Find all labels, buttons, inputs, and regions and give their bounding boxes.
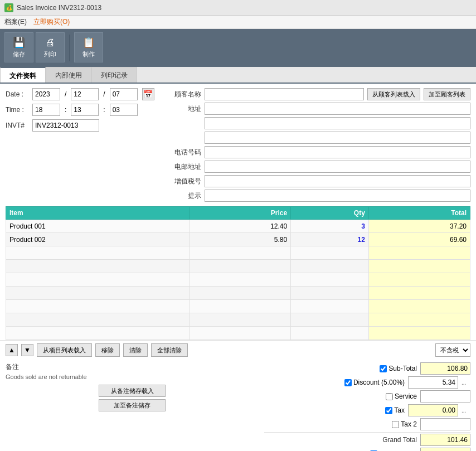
paid-value[interactable] [420,448,470,451]
cell-total[interactable]: 37.20 [368,220,470,233]
save-button[interactable]: 💾 储存 [4,32,33,62]
time-minute[interactable] [71,104,99,116]
save-notes-button[interactable]: 加至备注储存 [99,399,166,411]
cell-total[interactable] [368,287,470,300]
discount-row: Discount (5.00%) ... [264,376,470,389]
cell-qty[interactable] [291,287,369,300]
print-icon: 🖨 [45,37,55,49]
discount-dots[interactable]: ... [462,380,470,386]
time-row: Time : : : [6,104,154,116]
service-value[interactable] [420,390,470,402]
tab-internal[interactable]: 内部使用 [46,67,91,83]
cell-item[interactable]: Product 001 [6,220,190,233]
cell-qty[interactable] [291,273,369,287]
cell-qty[interactable] [291,260,369,273]
cell-price[interactable] [189,246,290,260]
clear-button[interactable]: 清除 [123,343,148,357]
grand-total-value[interactable] [420,434,470,446]
cell-total[interactable] [368,260,470,273]
load-customer-button[interactable]: 从顾客列表载入 [367,88,420,100]
cell-price[interactable] [189,300,290,313]
remove-button[interactable]: 移除 [95,343,120,357]
calendar-icon[interactable]: 📅 [142,88,154,100]
load-notes-button[interactable]: 从备注储存载入 [99,385,166,397]
cell-price[interactable] [189,327,290,340]
cell-qty[interactable]: 12 [291,233,369,246]
nav-down-button[interactable]: ▼ [21,344,33,356]
cell-price[interactable]: 5.80 [189,233,290,246]
load-items-button[interactable]: 从项目列表载入 [37,343,92,357]
cell-qty[interactable] [291,327,369,340]
cell-item[interactable] [6,260,190,273]
address-input1[interactable] [205,103,470,115]
taxid-input[interactable] [205,175,470,187]
table-row[interactable] [6,287,470,300]
table-row[interactable] [6,260,470,273]
cell-item[interactable] [6,313,190,327]
table-row[interactable] [6,273,470,287]
cell-item[interactable] [6,273,190,287]
cell-item[interactable] [6,287,190,300]
add-customer-button[interactable]: 加至顾客列表 [424,88,470,100]
cell-total[interactable] [368,327,470,340]
cell-qty[interactable] [291,300,369,313]
cell-total[interactable]: 69.60 [368,233,470,246]
cell-qty[interactable]: 3 [291,220,369,233]
tax-select[interactable]: 不含税 含税 [435,343,470,357]
table-row[interactable] [6,246,470,260]
tax-checkbox[interactable] [385,407,392,414]
menu-file[interactable]: 档案(E) [4,17,27,27]
discount-check-label: Discount (5.00%) [344,379,405,386]
cell-price[interactable] [189,273,290,287]
cell-item[interactable] [6,300,190,313]
tax-dots[interactable]: ... [462,408,470,414]
col-total: Total [368,207,470,220]
email-input[interactable] [205,161,470,173]
cell-total[interactable] [368,313,470,327]
cell-item[interactable] [6,246,190,260]
tab-document[interactable]: 文件资料 [0,67,46,83]
address-input3[interactable] [205,132,470,144]
cell-total[interactable] [368,300,470,313]
inv-number[interactable] [32,119,99,132]
tab-print-record[interactable]: 列印记录 [91,67,137,83]
cell-qty[interactable] [291,246,369,260]
cell-price[interactable]: 12.40 [189,220,290,233]
address-input2[interactable] [205,117,470,129]
cell-item[interactable]: Product 002 [6,233,190,246]
tax-row: Tax ... [264,404,470,416]
time-second[interactable] [110,104,138,116]
table-row[interactable]: Product 0025.801269.60 [6,233,470,246]
date-year[interactable] [32,88,60,100]
customer-name-input[interactable] [205,88,364,100]
subtotal-value[interactable] [420,362,470,375]
table-row[interactable] [6,300,470,313]
table-row[interactable] [6,313,470,327]
discount-checkbox[interactable] [344,379,352,386]
nav-up-button[interactable]: ▲ [6,344,18,356]
cell-price[interactable] [189,287,290,300]
tax2-checkbox[interactable] [392,421,399,428]
hint-input[interactable] [205,190,470,202]
make-button[interactable]: 📋 制作 [74,32,103,62]
discount-value[interactable] [408,376,458,389]
cell-qty[interactable] [291,313,369,327]
cell-total[interactable] [368,246,470,260]
cell-total[interactable] [368,273,470,287]
cell-price[interactable] [189,313,290,327]
time-hour[interactable] [32,104,60,116]
date-month[interactable] [71,88,99,100]
cell-item[interactable] [6,327,190,340]
print-button[interactable]: 🖨 列印 [36,32,65,62]
tax2-value[interactable] [420,418,470,430]
tax-value[interactable] [408,404,458,416]
cell-price[interactable] [189,260,290,273]
clear-all-button[interactable]: 全部清除 [151,343,188,357]
subtotal-checkbox[interactable] [380,365,387,372]
table-row[interactable] [6,327,470,340]
table-row[interactable]: Product 00112.40337.20 [6,220,470,233]
date-day[interactable] [110,88,138,100]
service-checkbox[interactable] [386,393,393,400]
phone-input[interactable] [205,146,470,158]
menu-buy[interactable]: 立即购买(O) [33,17,70,27]
